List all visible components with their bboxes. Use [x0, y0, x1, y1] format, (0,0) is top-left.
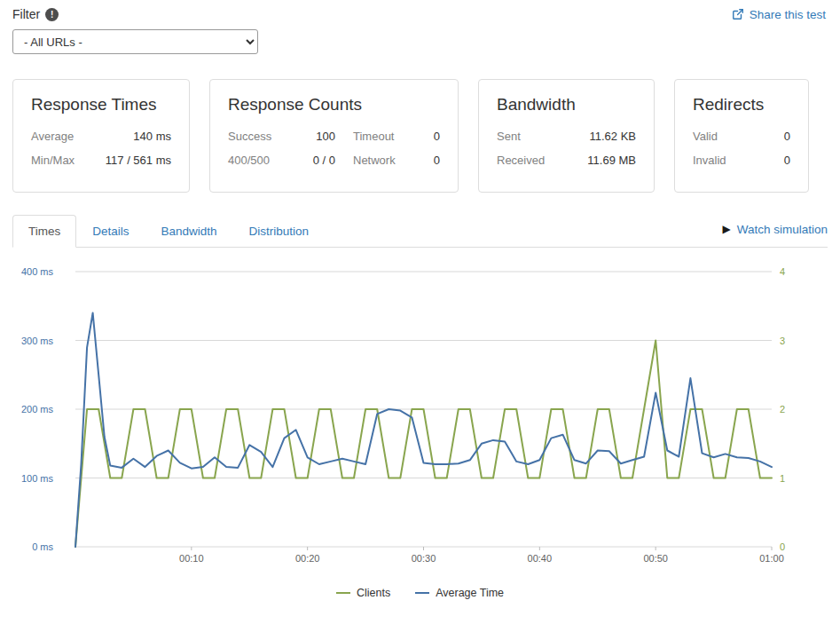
stat-pair: Network 0: [353, 154, 440, 167]
svg-text:0: 0: [780, 541, 785, 552]
tab-bandwidth[interactable]: Bandwidth: [145, 215, 233, 248]
top-bar: Filter ! Share this test: [12, 7, 826, 21]
svg-text:4: 4: [780, 266, 785, 277]
summary-cards: Response Times Average 140 ms Min/Max 11…: [12, 79, 828, 193]
stat-pair: 400/500 0 / 0: [228, 154, 335, 167]
share-link-label: Share this test: [750, 8, 826, 21]
legend-label: Clients: [357, 587, 390, 599]
stat-value: 0: [434, 130, 440, 143]
filter-label-text: Filter: [12, 7, 40, 21]
stat-row: Min/Max 117 / 561 ms: [31, 154, 171, 167]
svg-text:0 ms: 0 ms: [32, 541, 53, 552]
card-title: Response Counts: [228, 95, 440, 115]
tab-times[interactable]: Times: [12, 215, 76, 248]
svg-text:00:50: 00:50: [643, 553, 668, 564]
stat-pair: Success 100: [228, 130, 335, 143]
card-title: Bandwidth: [497, 95, 636, 115]
watch-simulation-label: Watch simulation: [737, 223, 828, 236]
legend-item-clients[interactable]: Clients: [336, 587, 390, 599]
redirects-card: Redirects Valid 0 Invalid 0: [674, 79, 809, 193]
stat-value: 140 ms: [133, 130, 171, 143]
bandwidth-card: Bandwidth Sent 11.62 KB Received 11.69 M…: [478, 79, 655, 193]
svg-text:01:00: 01:00: [759, 553, 784, 564]
svg-text:1: 1: [780, 473, 785, 484]
response-times-card: Response Times Average 140 ms Min/Max 11…: [12, 79, 190, 193]
stat-label: Average: [31, 130, 74, 143]
filter-label: Filter !: [12, 7, 59, 21]
watch-simulation-link[interactable]: ▶ Watch simulation: [722, 223, 828, 240]
svg-text:00:40: 00:40: [528, 553, 553, 564]
tabs-bar: Times Details Bandwidth Distribution ▶ W…: [12, 215, 828, 248]
share-test-link[interactable]: Share this test: [732, 8, 826, 21]
stat-value: 0: [784, 130, 790, 143]
tab-distribution[interactable]: Distribution: [233, 215, 326, 248]
svg-text:00:30: 00:30: [412, 553, 436, 564]
stat-label: Sent: [497, 130, 521, 143]
stat-row: Valid 0: [693, 130, 790, 143]
legend-swatch-average-time: [415, 592, 429, 594]
play-icon: ▶: [722, 224, 730, 234]
legend-label: Average Time: [436, 587, 504, 599]
card-title: Redirects: [693, 95, 790, 115]
stat-label: 400/500: [228, 154, 270, 167]
tab-details[interactable]: Details: [76, 215, 145, 248]
legend-item-average-time[interactable]: Average Time: [415, 587, 504, 599]
svg-text:400 ms: 400 ms: [21, 266, 54, 277]
stat-row: Sent 11.62 KB: [497, 130, 636, 143]
stat-label: Success: [228, 130, 271, 143]
share-icon: [732, 8, 744, 20]
stat-label: Valid: [693, 130, 718, 143]
stat-row: Invalid 0: [693, 154, 790, 167]
svg-text:2: 2: [780, 404, 785, 415]
stat-label: Invalid: [693, 154, 726, 167]
svg-text:3: 3: [780, 336, 785, 346]
stat-label: Min/Max: [31, 154, 75, 167]
stat-value: 11.62 KB: [589, 130, 636, 143]
legend-swatch-clients: [336, 592, 350, 594]
chart-legend: Clients Average Time: [0, 587, 840, 599]
card-title: Response Times: [31, 95, 171, 115]
info-icon[interactable]: !: [45, 8, 59, 21]
stat-value: 117 / 561 ms: [106, 154, 171, 167]
stat-value: 100: [316, 130, 335, 143]
stat-value: 0: [784, 154, 790, 167]
url-filter-select[interactable]: - All URLs -: [12, 29, 258, 54]
stat-row: 400/500 0 / 0 Network 0: [228, 154, 440, 167]
stat-row: Average 140 ms: [31, 130, 171, 143]
stat-label: Received: [497, 154, 545, 167]
times-chart: 0 ms100 ms200 ms300 ms400 ms0123400:1000…: [0, 248, 840, 569]
stat-value: 0: [434, 154, 440, 167]
svg-text:300 ms: 300 ms: [21, 336, 54, 346]
times-chart-canvas: 0 ms100 ms200 ms300 ms400 ms0123400:1000…: [0, 248, 840, 569]
stat-row: Received 11.69 MB: [497, 154, 636, 167]
stat-value: 11.69 MB: [587, 154, 636, 167]
stat-label: Network: [353, 154, 396, 167]
stat-value: 0 / 0: [313, 154, 335, 167]
response-counts-card: Response Counts Success 100 Timeout 0 40…: [209, 79, 459, 193]
svg-text:00:10: 00:10: [179, 553, 204, 564]
svg-text:200 ms: 200 ms: [21, 404, 54, 415]
stat-label: Timeout: [353, 130, 394, 143]
stat-pair: Timeout 0: [353, 130, 440, 143]
svg-text:00:20: 00:20: [295, 553, 320, 564]
stat-row: Success 100 Timeout 0: [228, 130, 440, 143]
svg-text:100 ms: 100 ms: [21, 473, 54, 484]
